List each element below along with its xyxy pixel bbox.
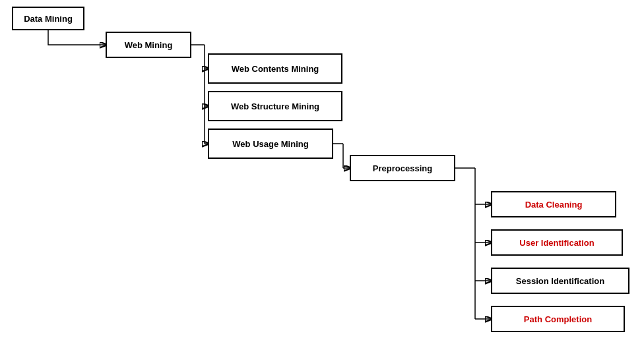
- path-completion-label: Path Completion: [524, 314, 592, 324]
- web-contents-label: Web Contents Mining: [232, 64, 319, 74]
- web-mining-box: Web Mining: [106, 32, 191, 58]
- data-cleaning-label: Data Cleaning: [525, 200, 583, 210]
- data-mining-box: Data Mining: [12, 7, 84, 30]
- preprocessing-label: Preprocessing: [373, 163, 432, 173]
- web-contents-box: Web Contents Mining: [208, 53, 342, 84]
- user-identification-box: User Identification: [491, 229, 623, 256]
- user-identification-label: User Identification: [519, 238, 594, 248]
- session-identification-label: Session Identification: [516, 276, 604, 286]
- session-identification-box: Session Identification: [491, 268, 629, 294]
- web-usage-box: Web Usage Mining: [208, 129, 333, 159]
- data-mining-label: Data Mining: [24, 14, 73, 24]
- path-completion-box: Path Completion: [491, 306, 625, 332]
- web-structure-label: Web Structure Mining: [231, 101, 319, 111]
- web-usage-label: Web Usage Mining: [232, 139, 308, 149]
- data-cleaning-box: Data Cleaning: [491, 191, 616, 217]
- diagram-container: Data Mining Web Mining Web Contents Mini…: [0, 0, 644, 344]
- web-mining-label: Web Mining: [125, 40, 173, 50]
- preprocessing-box: Preprocessing: [350, 155, 455, 181]
- web-structure-box: Web Structure Mining: [208, 91, 342, 121]
